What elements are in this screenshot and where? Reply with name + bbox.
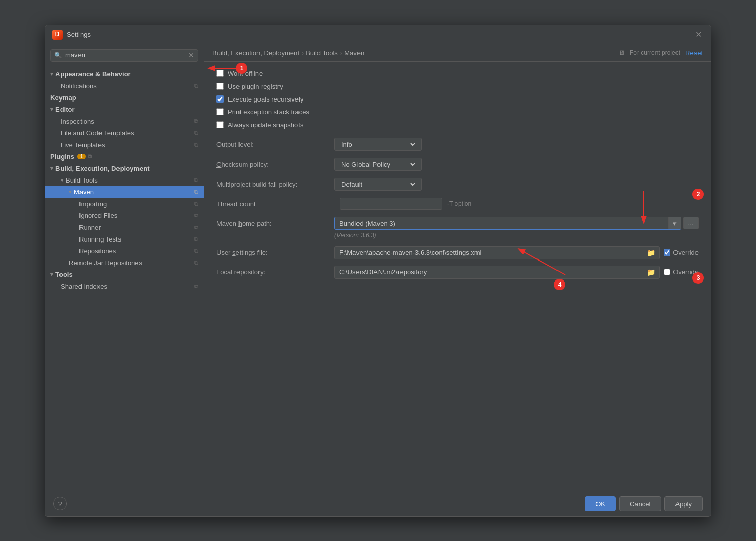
breadcrumb-part1: Build, Execution, Deployment [212, 49, 300, 57]
bottom-bar: ? OK Cancel Apply [45, 491, 711, 516]
ok-button[interactable]: OK [585, 496, 616, 511]
sidebar-item-notifications[interactable]: Notifications ⧉ [45, 80, 204, 92]
user-settings-input[interactable] [335, 247, 643, 258]
execute-goals-checkbox[interactable] [216, 95, 224, 103]
checksum-policy-select[interactable]: No Global Policy Strict Lax Ignore [339, 160, 417, 169]
thread-count-input[interactable] [340, 198, 442, 210]
sidebar-item-appearance[interactable]: ▾ Appearance & Behavior [45, 68, 204, 80]
print-exception-checkbox[interactable] [216, 108, 224, 115]
print-exception-label[interactable]: Print exception stack traces [228, 108, 309, 116]
sidebar-item-file-code-templates[interactable]: File and Code Templates ⧉ [45, 127, 204, 139]
maven-path-row: Maven home path: ▾ … [216, 217, 699, 230]
cancel-button[interactable]: Cancel [619, 496, 661, 511]
local-repo-input-wrap: 📁 [334, 266, 660, 279]
maven-path-input-wrap: ▾ [334, 217, 681, 230]
sidebar: 🔍 ✕ ▾ Appearance & Behavior Notification… [45, 45, 204, 491]
reset-link[interactable]: Reset [685, 49, 703, 57]
user-settings-override-label[interactable]: Override [673, 249, 699, 256]
sidebar-item-runner[interactable]: Runner ⧉ [45, 222, 204, 233]
chevron-icon: ▾ [50, 106, 53, 113]
sidebar-item-inspections[interactable]: Inspections ⧉ [45, 115, 204, 127]
chevron-icon: ▾ [50, 189, 72, 195]
search-icon: 🔍 [54, 52, 62, 59]
search-clear-button[interactable]: ✕ [188, 51, 194, 59]
thread-count-row: Thread count -T option [216, 198, 699, 210]
annotation-3: 3 [692, 272, 704, 284]
settings-content: Work offline Use plugin registry Execute… [204, 62, 711, 293]
close-button[interactable]: ✕ [692, 29, 704, 41]
help-button[interactable]: ? [53, 497, 67, 510]
breadcrumb-current: Maven [344, 49, 364, 57]
sidebar-item-shared-indexes[interactable]: Shared Indexes ⧉ [45, 280, 204, 292]
user-settings-override-checkbox[interactable] [664, 249, 670, 256]
local-repo-row: Local repository: 📁 Override [216, 266, 699, 279]
execute-goals-label[interactable]: Execute goals recursively [228, 95, 303, 103]
t-option-label: -T option [447, 200, 471, 207]
sidebar-item-importing[interactable]: Importing ⧉ [45, 198, 204, 210]
plugins-badge: 1 [77, 154, 86, 159]
search-input[interactable] [65, 51, 188, 59]
use-plugin-registry-label[interactable]: Use plugin registry [228, 83, 283, 90]
chevron-icon: ▾ [50, 271, 53, 278]
annotation-4: 4 [554, 279, 565, 290]
sidebar-item-ignored-files[interactable]: Ignored Files ⧉ [45, 210, 204, 222]
always-update-label[interactable]: Always update snapshots [228, 121, 303, 129]
use-plugin-registry-checkbox[interactable] [216, 83, 224, 90]
chevron-icon: ▾ [50, 177, 64, 184]
apply-button[interactable]: Apply [664, 496, 703, 511]
action-buttons: OK Cancel Apply [585, 496, 703, 511]
multiproject-fail-select[interactable]: Default Fail at End Fail Never [339, 180, 417, 189]
maven-path-browse-button[interactable]: … [683, 217, 699, 229]
local-repo-folder-button[interactable]: 📁 [643, 266, 659, 278]
local-repo-override-checkbox[interactable] [664, 269, 670, 275]
sidebar-item-remote-jar[interactable]: Remote Jar Repositories ⧉ [45, 257, 204, 269]
copy-icon: ⧉ [194, 248, 198, 254]
copy-icon: ⧉ [194, 83, 198, 89]
local-repo-input[interactable] [335, 266, 643, 278]
sidebar-item-plugins[interactable]: Plugins 1 ⧉ [45, 151, 204, 163]
breadcrumb-part2: Build Tools [306, 49, 338, 57]
copy-icon: ⧉ [194, 236, 198, 243]
copy-icon: ⧉ [194, 189, 198, 195]
multiproject-fail-select-wrap: Default Fail at End Fail Never [334, 178, 422, 191]
title-bar: IJ Settings ✕ [45, 25, 711, 45]
maven-path-dropdown-button[interactable]: ▾ [668, 217, 681, 229]
sidebar-item-tools[interactable]: ▾ Tools [45, 269, 204, 280]
sidebar-item-build-tools[interactable]: ▾ Build Tools ⧉ [45, 174, 204, 186]
work-offline-row: Work offline [216, 70, 699, 77]
breadcrumb-bar: Build, Execution, Deployment › Build Too… [204, 45, 711, 62]
sidebar-item-keymap[interactable]: Keymap [45, 92, 204, 104]
checksum-policy-label: Checksum policy: [216, 161, 334, 168]
breadcrumb-sep1: › [302, 49, 304, 57]
breadcrumb-sep2: › [340, 49, 342, 57]
always-update-row: Always update snapshots [216, 121, 699, 129]
always-update-checkbox[interactable] [216, 121, 224, 128]
sidebar-item-build-exec[interactable]: ▾ Build, Execution, Deployment [45, 163, 204, 174]
sidebar-item-editor[interactable]: ▾ Editor [45, 104, 204, 115]
local-repo-label: Local repository: [216, 268, 334, 276]
user-settings-row: User settings file: 📁 Override [216, 246, 699, 259]
copy-icon: ⧉ [194, 177, 198, 184]
output-level-select[interactable]: Info Debug Warn Error [339, 140, 417, 149]
work-offline-checkbox[interactable] [216, 70, 224, 77]
for-project-label: For current project [630, 49, 680, 56]
sidebar-item-running-tests[interactable]: Running Tests ⧉ [45, 233, 204, 245]
thread-count-label: Thread count [216, 200, 334, 208]
user-settings-input-wrap: 📁 [334, 246, 660, 259]
checksum-underline: C [216, 161, 221, 168]
sidebar-item-repositories[interactable]: Repositories ⧉ [45, 245, 204, 257]
maven-path-input[interactable] [335, 217, 668, 229]
annotation-2: 2 [692, 189, 704, 200]
multiproject-fail-row: Multiproject build fail policy: Default … [216, 178, 699, 191]
print-exception-row: Print exception stack traces [216, 108, 699, 116]
copy-icon: ⧉ [194, 259, 198, 266]
nav-tree: ▾ Appearance & Behavior Notifications ⧉ … [45, 66, 204, 491]
chevron-icon: ▾ [50, 165, 53, 172]
use-plugin-registry-row: Use plugin registry [216, 83, 699, 90]
user-settings-folder-button[interactable]: 📁 [643, 247, 659, 259]
multiproject-fail-label: Multiproject build fail policy: [216, 181, 334, 188]
sidebar-item-live-templates[interactable]: Live Templates ⧉ [45, 139, 204, 151]
settings-dialog: IJ Settings ✕ 🔍 ✕ ▾ Appearance & Behavio… [45, 25, 711, 517]
output-level-row: Output level: Info Debug Warn Error [216, 138, 699, 151]
sidebar-item-maven[interactable]: ▾ Maven ⧉ [45, 186, 204, 198]
